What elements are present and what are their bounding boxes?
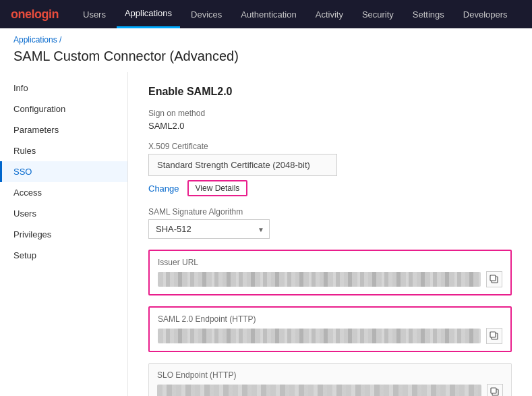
saml-endpoint-inner <box>158 328 502 344</box>
issuer-url-copy-icon[interactable] <box>486 271 502 287</box>
sidebar: Info Configuration Parameters Rules SSO … <box>0 72 128 396</box>
page-title: SAML Custom Connector (Advanced) <box>0 47 532 72</box>
cert-value: Standard Strength Certificate (2048-bit) <box>148 154 337 176</box>
sidebar-item-access[interactable]: Access <box>0 182 127 203</box>
sidebar-item-privileges[interactable]: Privileges <box>0 224 127 245</box>
nav-item-developers[interactable]: Developers <box>455 0 516 28</box>
cert-group: X.509 Certificate Standard Strength Cert… <box>148 142 512 196</box>
slo-endpoint-label: SLO Endpoint (HTTP) <box>157 370 503 380</box>
cert-label: X.509 Certificate <box>148 142 512 151</box>
cert-actions: Change View Details <box>148 180 512 196</box>
main-content: Enable SAML2.0 Sign on method SAML2.0 X.… <box>128 72 532 396</box>
sig-algo-select[interactable]: SHA-512 <box>148 219 270 239</box>
change-link[interactable]: Change <box>148 183 179 194</box>
sidebar-item-setup[interactable]: Setup <box>0 245 127 266</box>
issuer-url-container: Issuer URL <box>148 250 512 295</box>
nav-items: Users Applications Devices Authenticatio… <box>75 0 521 28</box>
sign-on-method-group: Sign on method SAML2.0 <box>148 109 512 131</box>
saml-endpoint-copy-icon[interactable] <box>486 328 502 344</box>
saml-endpoint-label: SAML 2.0 Endpoint (HTTP) <box>158 314 502 324</box>
sidebar-item-rules[interactable]: Rules <box>0 140 127 161</box>
sign-on-method-label: Sign on method <box>148 109 512 118</box>
sidebar-item-users[interactable]: Users <box>0 203 127 224</box>
nav-item-activity[interactable]: Activity <box>307 0 351 28</box>
issuer-url-label: Issuer URL <box>158 258 502 267</box>
sig-algo-select-wrapper: SHA-512 ▼ <box>148 219 270 239</box>
view-details-button[interactable]: View Details <box>187 180 248 196</box>
nav-item-devices[interactable]: Devices <box>183 0 230 28</box>
nav-item-settings[interactable]: Settings <box>405 0 452 28</box>
slo-endpoint-value <box>157 385 481 396</box>
sidebar-item-sso[interactable]: SSO <box>0 161 127 182</box>
breadcrumb: Applications / <box>0 28 532 47</box>
nav-item-authentication[interactable]: Authentication <box>233 0 304 28</box>
sig-algo-group: SAML Signature Algorithm SHA-512 ▼ <box>148 207 512 239</box>
nav-item-applications[interactable]: Applications <box>117 0 180 28</box>
slo-endpoint-copy-icon[interactable] <box>487 384 503 396</box>
sidebar-item-parameters[interactable]: Parameters <box>0 119 127 140</box>
nav-item-users[interactable]: Users <box>75 0 114 28</box>
saml-endpoint-container: SAML 2.0 Endpoint (HTTP) <box>148 306 512 352</box>
top-nav: onelogin Users Applications Devices Auth… <box>0 0 532 28</box>
breadcrumb-link[interactable]: Applications <box>13 35 57 45</box>
slo-endpoint-container: SLO Endpoint (HTTP) <box>148 363 512 396</box>
nav-item-security[interactable]: Security <box>354 0 402 28</box>
sidebar-item-configuration[interactable]: Configuration <box>0 98 127 119</box>
slo-endpoint-inner <box>157 384 503 396</box>
issuer-url-value <box>158 272 481 287</box>
sig-algo-label: SAML Signature Algorithm <box>148 207 512 217</box>
issuer-url-inner <box>158 271 502 287</box>
sign-on-method-value: SAML2.0 <box>148 121 512 131</box>
svg-rect-3 <box>490 332 496 337</box>
section-title: Enable SAML2.0 <box>148 86 512 98</box>
svg-rect-5 <box>491 388 496 393</box>
breadcrumb-separator: / <box>59 35 61 45</box>
svg-rect-1 <box>490 275 496 281</box>
saml-endpoint-value <box>158 329 481 343</box>
sidebar-item-info[interactable]: Info <box>0 78 127 98</box>
logo: onelogin <box>11 7 59 22</box>
